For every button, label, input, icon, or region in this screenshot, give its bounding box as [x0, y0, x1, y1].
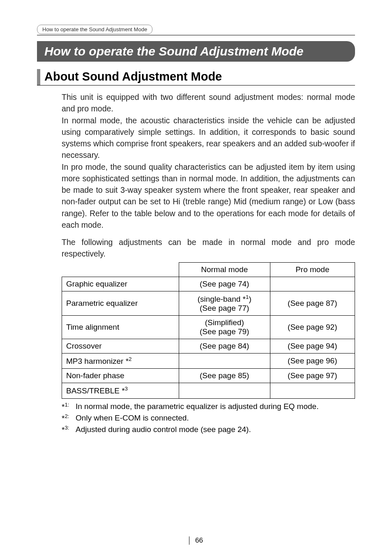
paragraph: In pro mode, the sound quality character…: [62, 161, 355, 231]
footnote: *3: Adjusted during audio control mode (…: [62, 424, 355, 436]
table-row: Parametric equalizer (single-band *1) (S…: [62, 291, 355, 315]
cell-normal: [179, 354, 270, 369]
row-label: Time alignment: [62, 316, 179, 339]
cell-normal: (single-band *1) (See page 77): [179, 291, 270, 315]
table-row: Graphic equalizer (See page 74): [62, 277, 355, 291]
table-row: Crossover (See page 84) (See page 94): [62, 339, 355, 354]
cell-pro: [270, 383, 355, 398]
row-label: Crossover: [62, 339, 179, 354]
cell-pro: (See page 97): [270, 369, 355, 383]
paragraph: The following adjustments can be made in…: [62, 236, 355, 260]
adjustment-table: Normal mode Pro mode Graphic equalizer (…: [62, 262, 355, 399]
cell-pro: [270, 277, 355, 291]
cell-pro: (See page 87): [270, 291, 355, 315]
table-header-blank: [62, 262, 179, 277]
section-accent-bar: [37, 69, 40, 85]
table-row: Time alignment (Simplified) (See page 79…: [62, 316, 355, 339]
footnote: *1: In normal mode, the parametric equal…: [62, 401, 355, 413]
table-row: MP3 harmonizer *2 (See page 96): [62, 354, 355, 369]
table-row: BASS/TREBLE *3: [62, 383, 355, 398]
row-label: MP3 harmonizer *2: [62, 354, 179, 369]
page-number: 66: [189, 536, 203, 545]
cell-normal: (See page 84): [179, 339, 270, 354]
cell-normal: [179, 383, 270, 398]
row-label: Non-fader phase: [62, 369, 179, 383]
section-heading: About Sound Adjustment Mode: [44, 69, 222, 85]
row-label: Parametric equalizer: [62, 291, 179, 315]
cell-pro: (See page 96): [270, 354, 355, 369]
cell-pro: (See page 92): [270, 316, 355, 339]
cell-normal: (See page 74): [179, 277, 270, 291]
body-text: This unit is equipped with two different…: [62, 91, 355, 260]
footnotes: *1: In normal mode, the parametric equal…: [62, 401, 355, 436]
table-header-pro: Pro mode: [270, 262, 355, 277]
breadcrumb: How to operate the Sound Adjustment Mode: [37, 25, 152, 34]
page-title-banner: How to operate the Sound Adjustment Mode: [37, 41, 355, 62]
cell-pro: (See page 94): [270, 339, 355, 354]
footnote: *2: Only when E-COM is connected.: [62, 413, 355, 424]
paragraph: This unit is equipped with two different…: [62, 91, 355, 115]
table-row: Non-fader phase (See page 85) (See page …: [62, 369, 355, 383]
cell-normal: (See page 85): [179, 369, 270, 383]
paragraph: In normal mode, the acoustic characteris…: [62, 115, 355, 161]
cell-normal: (Simplified) (See page 79): [179, 316, 270, 339]
table-header-normal: Normal mode: [179, 262, 270, 277]
row-label: BASS/TREBLE *3: [62, 383, 179, 398]
row-label: Graphic equalizer: [62, 277, 179, 291]
